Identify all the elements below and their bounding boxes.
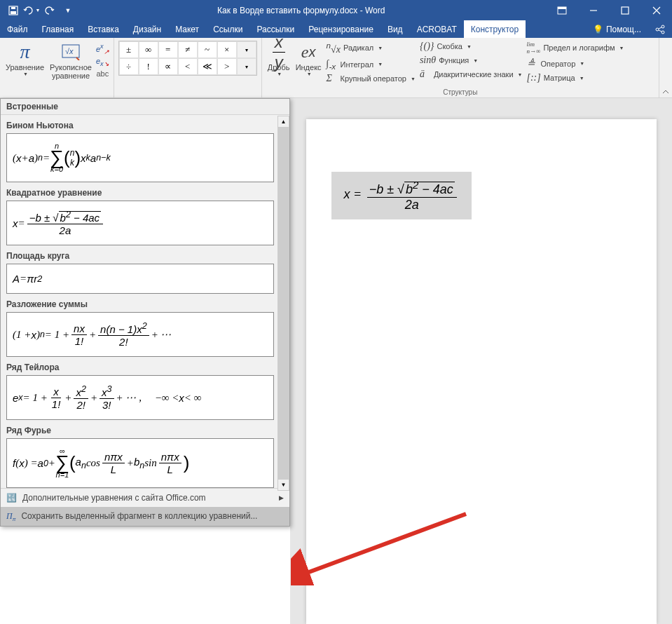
minimize-button[interactable]	[577, 0, 609, 20]
symbol-muchlt[interactable]: ≪	[198, 58, 217, 75]
structures-group-label: Структуры	[265, 88, 656, 96]
pi-icon: π	[14, 41, 36, 63]
equation-label: Уравнение	[6, 63, 44, 72]
lightbulb-icon: 💡	[593, 25, 603, 34]
tab-acrobat[interactable]: ACROBAT	[410, 20, 464, 38]
function-button[interactable]: sinθФункция▼	[418, 53, 525, 67]
tell-me-button[interactable]: 💡 Помощ...	[593, 25, 648, 34]
tab-review[interactable]: Рецензирование	[301, 20, 380, 38]
large-operator-button[interactable]: ΣКрупный оператор▼	[324, 72, 418, 86]
tab-file[interactable]: Файл	[0, 20, 35, 38]
index-button[interactable]: ex Индекс▼	[293, 39, 324, 86]
tab-references[interactable]: Ссылки	[206, 20, 249, 38]
chevron-right-icon: ▶	[279, 494, 284, 501]
ribbon-group-structures: xy Дробь▼ ex Индекс▼ n√xРадикал▼ ∫-xИнте…	[262, 38, 659, 97]
redo-button[interactable]	[41, 1, 59, 20]
svg-line-17	[301, 514, 466, 575]
symbol-equals[interactable]: =	[158, 41, 178, 58]
gallery-scrollbar[interactable]: ▲ ▼	[277, 116, 289, 491]
save-to-gallery-button[interactable]: Ππ Сохранить выделенный фрагмент в колле…	[1, 507, 289, 526]
limit-icon: limn→∞	[527, 41, 541, 55]
share-button[interactable]	[648, 25, 672, 34]
maximize-button[interactable]	[609, 0, 640, 20]
symbol-tilde[interactable]: ~	[198, 41, 217, 58]
svg-line-12	[659, 27, 661, 29]
save-button[interactable]	[4, 1, 22, 20]
operator-icon: ≜	[527, 57, 538, 69]
bracket-icon: {()}	[420, 41, 434, 52]
normal-text-button[interactable]: abc	[96, 69, 109, 78]
office-icon: 🔣	[6, 493, 17, 503]
ink-equation-button[interactable]: √x Рукописное уравнение	[47, 39, 95, 81]
bracket-button[interactable]: {()}Скобка▼	[418, 39, 525, 53]
more-equations-button[interactable]: 🔣 Дополнительные уравнения с сайта Offic…	[1, 489, 289, 507]
scroll-thumb[interactable]	[277, 128, 289, 479]
title-bar: ▼ ▼ Как в Ворде вставить формулу.docx - …	[0, 0, 672, 20]
matrix-button[interactable]: [::]Матрица▼	[525, 71, 626, 85]
diacritics-icon: ä	[420, 69, 431, 80]
radical-button[interactable]: n√xРадикал▼	[324, 39, 418, 57]
account-area[interactable]	[497, 0, 546, 20]
tab-design[interactable]: Дизайн	[126, 20, 168, 38]
gallery-items: Бином Ньютона (x + a)n = n∑k=0 (nk) xkan…	[1, 115, 289, 488]
tab-view[interactable]: Вид	[380, 20, 410, 38]
gallery-item-fourier[interactable]: Ряд Фурье f(x) = a0 + ∞∑n=1 (an cosnπxL …	[1, 420, 289, 487]
gallery-item-quadratic[interactable]: Квадратное уравнение x = −b ± √b2 − 4ac2…	[1, 182, 289, 245]
gallery-footer: 🔣 Дополнительные уравнения с сайта Offic…	[1, 488, 289, 526]
gallery-item-circle-area[interactable]: Площадь круга A = πr2	[1, 245, 289, 294]
tab-insert[interactable]: Вставка	[81, 20, 126, 38]
limit-log-button[interactable]: limn→∞Предел и логарифм▼	[525, 39, 626, 56]
symbol-more[interactable]: ▾	[237, 58, 256, 75]
symbol-divide[interactable]: ÷	[119, 58, 139, 75]
diacritics-button[interactable]: äДиакритические знаки▼	[418, 67, 525, 81]
inserted-equation[interactable]: x = −b ± √b2 − 4ac2a	[331, 172, 472, 219]
symbol-infinity[interactable]: ∞	[139, 41, 158, 58]
symbol-not-equals[interactable]: ≠	[178, 41, 198, 58]
professional-button[interactable]: ex↗	[96, 43, 109, 55]
function-icon: sinθ	[420, 55, 436, 66]
gallery-item-binomial[interactable]: Бином Ньютона (x + a)n = n∑k=0 (nk) xkan…	[1, 115, 289, 182]
symbol-propto[interactable]: ∝	[158, 58, 178, 75]
collapse-ribbon-button[interactable]	[659, 38, 672, 97]
ribbon-display-options[interactable]	[546, 0, 577, 20]
gallery-item-sum-expansion[interactable]: Разложение суммы (1 + x)n = 1 + nx1! + n…	[1, 294, 289, 357]
symbol-scroll-up[interactable]: ▾	[237, 41, 256, 58]
window-title: Как в Ворде вставить формулу.docx - Word	[77, 6, 497, 15]
radical-icon: n√x	[327, 41, 341, 55]
symbol-lt[interactable]: <	[178, 58, 198, 75]
quick-access-toolbar: ▼ ▼	[0, 1, 77, 20]
tab-constructor[interactable]: Конструктор	[464, 20, 526, 38]
sigma-icon: Σ	[327, 73, 338, 84]
tab-home[interactable]: Главная	[35, 20, 81, 38]
help-label: Помощ...	[606, 25, 641, 34]
symbol-grid: ± ∞ = ≠ ~ × ▾ ÷ ! ∝ < ≪ > ▾	[118, 41, 257, 76]
index-icon: ex	[297, 41, 320, 63]
qat-customize[interactable]: ▼	[59, 1, 77, 20]
linear-button[interactable]: ex↘	[96, 57, 109, 67]
fraction-icon: xy	[268, 41, 290, 63]
svg-rect-6	[622, 7, 629, 14]
tab-layout[interactable]: Макет	[168, 20, 206, 38]
equation-gallery-dropdown: Встроенные Бином Ньютона (x + a)n = n∑k=…	[0, 98, 290, 527]
ribbon-group-tools: π Уравнение ▼ √x Рукописное уравнение ex…	[0, 38, 114, 97]
fraction-button[interactable]: xy Дробь▼	[265, 39, 293, 86]
svg-rect-4	[558, 7, 566, 9]
equation-button[interactable]: π Уравнение ▼	[3, 39, 47, 81]
integral-button[interactable]: ∫-xИнтеграл▼	[324, 57, 418, 72]
svg-line-16	[76, 57, 79, 60]
gallery-item-taylor[interactable]: Ряд Тейлора ex = 1 + x1! + x22! + x33! +…	[1, 357, 289, 420]
symbol-plusminus[interactable]: ±	[119, 41, 139, 58]
symbol-gt[interactable]: >	[217, 58, 237, 75]
scroll-down-button[interactable]: ▼	[277, 479, 289, 491]
matrix-icon: [::]	[527, 72, 541, 83]
operator-button[interactable]: ≜Оператор▼	[525, 56, 626, 71]
scroll-up-button[interactable]: ▲	[277, 116, 289, 128]
ribbon-tabs: Файл Главная Вставка Дизайн Макет Ссылки…	[0, 20, 672, 38]
symbol-times[interactable]: ×	[217, 41, 237, 58]
symbol-factorial[interactable]: !	[139, 58, 158, 75]
close-button[interactable]	[640, 0, 672, 20]
annotation-arrow	[291, 508, 473, 585]
svg-rect-2	[11, 7, 15, 9]
undo-button[interactable]: ▼	[22, 1, 41, 20]
ink-icon: √x	[60, 41, 82, 63]
